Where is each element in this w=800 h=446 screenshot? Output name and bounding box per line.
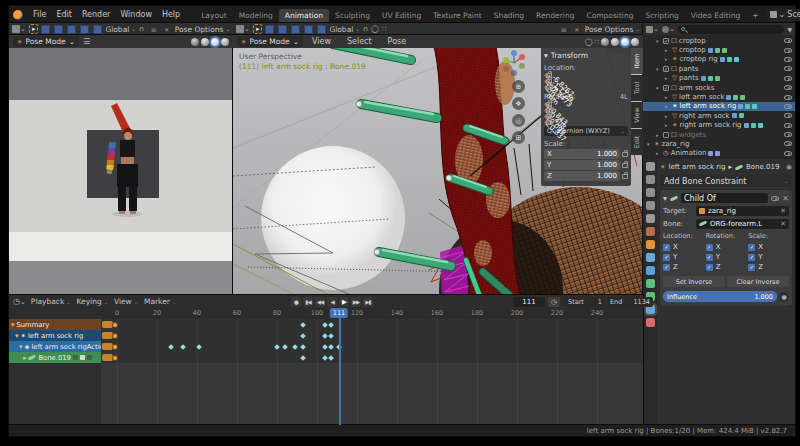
timeline-menu-view[interactable]: View⌄ xyxy=(114,297,138,306)
panel-disclosure-icon[interactable]: ▾ xyxy=(663,194,667,203)
sidebar-tab-item[interactable]: Item xyxy=(631,48,643,74)
eye-icon[interactable] xyxy=(784,123,792,128)
keying-set-button[interactable]: ⊞ xyxy=(559,24,569,34)
properties-tab-output[interactable] xyxy=(646,188,655,197)
rendered-shading-button[interactable] xyxy=(221,38,229,46)
lock-icon[interactable] xyxy=(622,163,628,168)
disclosure-icon[interactable]: ▸ xyxy=(665,113,670,119)
lock-icon[interactable] xyxy=(622,152,628,157)
outliner-row-left-arm-sock-rig[interactable]: ▸✶left arm sock rig xyxy=(643,102,795,111)
outliner-row-pants[interactable]: ▾✓☐pants xyxy=(643,64,795,73)
animate-influence-button[interactable]: ● xyxy=(779,292,789,302)
editor-type-icon[interactable]: ⌄ xyxy=(12,25,26,33)
eye-icon[interactable] xyxy=(784,85,792,90)
workspace-tab-texture-paint[interactable]: Texture Paint xyxy=(427,9,487,23)
viewport-menu-view[interactable]: View xyxy=(307,36,336,47)
properties-tab-world[interactable] xyxy=(646,227,655,236)
frame-end-field[interactable]: End1134 xyxy=(607,297,653,307)
workspace-tab-[interactable]: + xyxy=(746,9,764,23)
eye-icon[interactable] xyxy=(784,104,792,109)
workspace-tab-video-editing[interactable]: Video Editing xyxy=(685,9,747,23)
checkbox[interactable]: ✓ xyxy=(706,244,713,251)
value-field[interactable]: Z1.000 xyxy=(544,171,620,181)
eye-icon[interactable] xyxy=(784,66,792,71)
outliner-editor-icon[interactable]: ⌄ xyxy=(646,25,659,33)
gizmo-toggle-icon[interactable]: ◯ xyxy=(585,38,593,46)
eye-icon[interactable] xyxy=(784,141,792,146)
collection-checkbox[interactable] xyxy=(663,132,669,138)
value-field[interactable]: X1.000 xyxy=(544,149,620,159)
outliner-row-arm-socks[interactable]: ▾✓☐arm socks xyxy=(643,83,795,92)
snap-magnet-icon[interactable]: ∩ xyxy=(139,25,144,33)
eye-icon[interactable] xyxy=(784,151,792,156)
target-field[interactable]: zara_rig✕ xyxy=(696,206,789,216)
add-bone-constraint-button[interactable]: Add Bone Constraint⌄ xyxy=(660,175,792,187)
checkbox[interactable]: ✓ xyxy=(706,264,713,271)
eye-icon[interactable] xyxy=(784,48,792,53)
properties-tab-object[interactable] xyxy=(646,240,655,249)
disclosure-icon[interactable]: ▸ xyxy=(665,56,670,62)
orientation-dropdown[interactable]: Global⌄ xyxy=(105,25,136,34)
lock-icon[interactable] xyxy=(87,355,92,360)
timeline-menu-keying[interactable]: Keying⌄ xyxy=(77,297,108,306)
eye-icon[interactable] xyxy=(784,95,792,100)
solid-shading-button[interactable] xyxy=(201,38,209,46)
rendered-shading-button[interactable] xyxy=(631,38,639,46)
channel-left-arm-sock-rigaction[interactable]: ▾◈left arm sock rigAction xyxy=(9,341,101,352)
display-mode-dropdown[interactable]: ⌄ xyxy=(662,25,675,33)
properties-tab-view-layer[interactable] xyxy=(646,201,655,210)
hamburger-menu-icon[interactable]: ☰ xyxy=(83,37,90,46)
properties-tab-constraints[interactable] xyxy=(646,253,655,262)
breadcrumb-bone[interactable]: Bone.019 xyxy=(746,163,779,171)
keying-set-button[interactable]: ⊞ xyxy=(149,24,159,34)
timeline-keyframe-area[interactable] xyxy=(101,319,643,425)
active-tool-cursor-icon[interactable]: ▸ xyxy=(253,24,263,34)
constraint-name-field[interactable]: Child Of xyxy=(681,193,768,203)
prev-keyframe-button[interactable]: ◀◀ xyxy=(315,297,325,307)
outliner-row-animation[interactable]: ▸◷Animation xyxy=(643,149,795,158)
delete-constraint-icon[interactable]: ✕ xyxy=(782,194,789,203)
disclosure-icon[interactable]: ▾ xyxy=(656,85,661,91)
menu-window[interactable]: Window xyxy=(115,9,157,20)
mode-toggle-button[interactable] xyxy=(304,25,313,34)
orientation-dropdown[interactable]: Global⌄ xyxy=(329,25,360,34)
checkbox[interactable]: ✓ xyxy=(663,264,670,271)
disclosure-icon[interactable]: ▸ xyxy=(665,122,670,128)
set-inverse-button[interactable]: Set Inverse xyxy=(663,276,725,287)
eye-icon[interactable] xyxy=(784,113,792,118)
camera-view-icon[interactable]: ◎ xyxy=(512,114,525,127)
timeline-menu-playback[interactable]: Playback⌄ xyxy=(31,297,71,306)
mode-toggle-button[interactable] xyxy=(265,25,274,34)
keyframe-frame0[interactable] xyxy=(113,356,117,360)
mode-toggle-button[interactable] xyxy=(67,25,76,34)
wireframe-shading-button[interactable] xyxy=(191,38,199,46)
move-view-icon[interactable]: ❖ xyxy=(512,97,525,110)
snap-options-icon[interactable]: ∷ xyxy=(382,25,386,33)
frame-start-field[interactable]: Start1 xyxy=(565,297,605,307)
menu-edit[interactable]: Edit xyxy=(51,9,77,20)
channel-summary[interactable]: ▾Summary xyxy=(9,319,101,330)
outliner-row-pants[interactable]: ▸▽pants xyxy=(643,74,795,83)
checkbox[interactable]: ✓ xyxy=(748,254,755,261)
sidebar-tab-view[interactable]: View xyxy=(631,102,643,128)
breadcrumb-object[interactable]: left arm sock rig xyxy=(668,163,725,171)
mode-toggle-button[interactable] xyxy=(278,25,287,34)
viewport-menu-pose[interactable]: Pose xyxy=(383,36,412,47)
eye-icon[interactable] xyxy=(784,38,792,43)
check-icon[interactable] xyxy=(80,355,85,360)
checkbox[interactable]: ✓ xyxy=(748,244,755,251)
workspace-tab-modeling[interactable]: Modeling xyxy=(233,9,279,23)
sidebar-tab-edit[interactable]: Edit xyxy=(631,129,643,155)
workspace-tab-uv-editing[interactable]: UV Editing xyxy=(376,9,427,23)
filter-funnel-icon[interactable]: ▼ xyxy=(787,26,792,33)
disclosure-icon[interactable]: ▸ xyxy=(656,132,661,138)
pin-icon[interactable]: ◉ xyxy=(786,163,792,171)
clear-keying-button[interactable]: ✕ xyxy=(162,24,172,34)
mode-selector[interactable]: ✶Pose Mode⌄ xyxy=(13,36,79,47)
menu-render[interactable]: Render xyxy=(77,9,115,20)
active-tool-cursor-icon[interactable]: ▸ xyxy=(29,24,39,34)
next-keyframe-button[interactable]: ▶▶ xyxy=(351,297,361,307)
left-viewport-canvas[interactable] xyxy=(9,48,233,295)
overlay-toggle-icon[interactable]: ∷ xyxy=(595,38,599,46)
proportional-edit-icon[interactable]: ◯ xyxy=(371,25,379,33)
